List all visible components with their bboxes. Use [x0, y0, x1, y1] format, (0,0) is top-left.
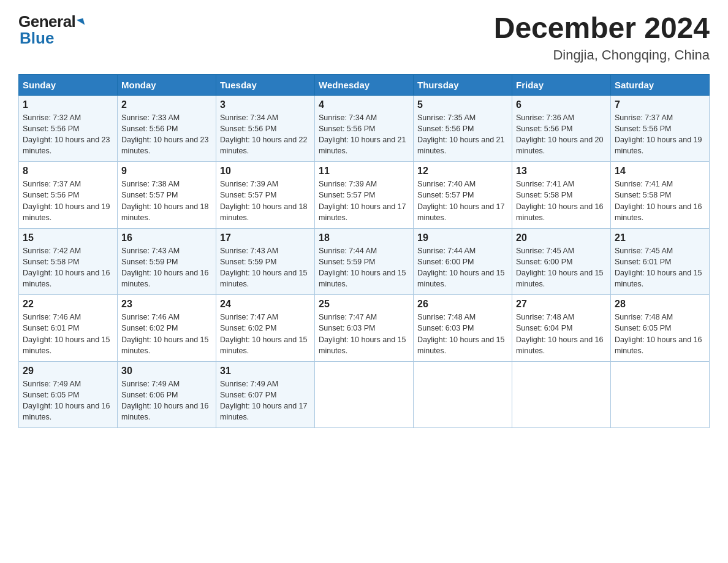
column-header-saturday: Saturday [611, 74, 710, 95]
day-number: 22 [23, 299, 113, 310]
day-info: Sunrise: 7:48 AMSunset: 6:04 PMDaylight:… [516, 312, 607, 356]
calendar-cell: 15Sunrise: 7:42 AMSunset: 5:58 PMDayligh… [19, 228, 118, 295]
day-info: Sunrise: 7:45 AMSunset: 6:00 PMDaylight:… [516, 245, 607, 290]
logo-blue-text: Blue [20, 29, 54, 48]
day-number: 2 [121, 99, 212, 110]
calendar-cell: 3Sunrise: 7:34 AMSunset: 5:56 PMDaylight… [216, 95, 315, 162]
column-header-monday: Monday [118, 74, 216, 95]
day-number: 31 [220, 366, 311, 377]
calendar-week-row: 15Sunrise: 7:42 AMSunset: 5:58 PMDayligh… [19, 228, 710, 295]
calendar-cell: 13Sunrise: 7:41 AMSunset: 5:58 PMDayligh… [512, 162, 611, 229]
day-number: 19 [417, 232, 508, 243]
calendar-week-row: 29Sunrise: 7:49 AMSunset: 6:05 PMDayligh… [19, 361, 710, 428]
calendar-cell: 5Sunrise: 7:35 AMSunset: 5:56 PMDaylight… [414, 95, 512, 162]
calendar-cell [414, 361, 512, 428]
calendar-cell: 27Sunrise: 7:48 AMSunset: 6:04 PMDayligh… [512, 295, 611, 362]
day-info: Sunrise: 7:36 AMSunset: 5:56 PMDaylight:… [516, 112, 607, 157]
day-number: 6 [516, 99, 607, 110]
day-number: 26 [417, 299, 508, 310]
calendar-table: SundayMondayTuesdayWednesdayThursdayFrid… [18, 74, 710, 429]
day-number: 17 [220, 232, 311, 243]
day-number: 16 [121, 232, 212, 243]
day-info: Sunrise: 7:37 AMSunset: 5:56 PMDaylight:… [23, 178, 113, 223]
column-header-thursday: Thursday [414, 74, 512, 95]
day-number: 18 [319, 232, 409, 243]
column-header-tuesday: Tuesday [216, 74, 315, 95]
day-info: Sunrise: 7:41 AMSunset: 5:58 PMDaylight:… [516, 178, 607, 223]
day-info: Sunrise: 7:34 AMSunset: 5:56 PMDaylight:… [220, 112, 311, 157]
calendar-cell: 26Sunrise: 7:48 AMSunset: 6:03 PMDayligh… [414, 295, 512, 362]
day-info: Sunrise: 7:34 AMSunset: 5:56 PMDaylight:… [319, 112, 409, 157]
calendar-cell: 2Sunrise: 7:33 AMSunset: 5:56 PMDaylight… [118, 95, 216, 162]
day-info: Sunrise: 7:39 AMSunset: 5:57 PMDaylight:… [319, 178, 409, 223]
day-number: 25 [319, 299, 409, 310]
calendar-cell: 14Sunrise: 7:41 AMSunset: 5:58 PMDayligh… [611, 162, 710, 229]
day-info: Sunrise: 7:47 AMSunset: 6:02 PMDaylight:… [220, 312, 311, 356]
calendar-cell: 22Sunrise: 7:46 AMSunset: 6:01 PMDayligh… [19, 295, 118, 362]
logo: General Blue [18, 12, 84, 48]
calendar-cell: 24Sunrise: 7:47 AMSunset: 6:02 PMDayligh… [216, 295, 315, 362]
calendar-week-row: 8Sunrise: 7:37 AMSunset: 5:56 PMDaylight… [19, 162, 710, 229]
day-info: Sunrise: 7:42 AMSunset: 5:58 PMDaylight:… [23, 245, 113, 290]
day-info: Sunrise: 7:44 AMSunset: 6:00 PMDaylight:… [417, 245, 508, 290]
calendar-week-row: 1Sunrise: 7:32 AMSunset: 5:56 PMDaylight… [19, 95, 710, 162]
day-info: Sunrise: 7:45 AMSunset: 6:01 PMDaylight:… [615, 245, 705, 290]
day-info: Sunrise: 7:39 AMSunset: 5:57 PMDaylight:… [220, 178, 311, 223]
calendar-cell: 23Sunrise: 7:46 AMSunset: 6:02 PMDayligh… [118, 295, 216, 362]
day-number: 29 [23, 366, 113, 377]
calendar-week-row: 22Sunrise: 7:46 AMSunset: 6:01 PMDayligh… [19, 295, 710, 362]
day-number: 1 [23, 99, 113, 110]
calendar-cell: 20Sunrise: 7:45 AMSunset: 6:00 PMDayligh… [512, 228, 611, 295]
day-number: 20 [516, 232, 607, 243]
calendar-cell: 12Sunrise: 7:40 AMSunset: 5:57 PMDayligh… [414, 162, 512, 229]
day-number: 30 [121, 366, 212, 377]
day-number: 12 [417, 166, 508, 177]
day-number: 3 [220, 99, 311, 110]
column-header-wednesday: Wednesday [315, 74, 414, 95]
day-number: 11 [319, 166, 409, 177]
day-info: Sunrise: 7:40 AMSunset: 5:57 PMDaylight:… [417, 178, 508, 223]
calendar-cell: 11Sunrise: 7:39 AMSunset: 5:57 PMDayligh… [315, 162, 414, 229]
day-number: 28 [615, 299, 705, 310]
day-info: Sunrise: 7:37 AMSunset: 5:56 PMDaylight:… [615, 112, 705, 157]
calendar-cell: 7Sunrise: 7:37 AMSunset: 5:56 PMDaylight… [611, 95, 710, 162]
calendar-cell: 6Sunrise: 7:36 AMSunset: 5:56 PMDaylight… [512, 95, 611, 162]
day-info: Sunrise: 7:48 AMSunset: 6:03 PMDaylight:… [417, 312, 508, 356]
calendar-cell [611, 361, 710, 428]
calendar-cell: 29Sunrise: 7:49 AMSunset: 6:05 PMDayligh… [19, 361, 118, 428]
day-number: 9 [121, 166, 212, 177]
day-number: 23 [121, 299, 212, 310]
calendar-header-row: SundayMondayTuesdayWednesdayThursdayFrid… [19, 74, 710, 95]
day-number: 4 [319, 99, 409, 110]
day-number: 5 [417, 99, 508, 110]
location-title: Dingjia, Chongqing, China [494, 47, 710, 63]
day-info: Sunrise: 7:43 AMSunset: 5:59 PMDaylight:… [121, 245, 212, 290]
calendar-cell: 8Sunrise: 7:37 AMSunset: 5:56 PMDaylight… [19, 162, 118, 229]
day-number: 8 [23, 166, 113, 177]
day-info: Sunrise: 7:35 AMSunset: 5:56 PMDaylight:… [417, 112, 508, 157]
month-year-title: December 2024 [494, 12, 710, 45]
calendar-cell: 16Sunrise: 7:43 AMSunset: 5:59 PMDayligh… [118, 228, 216, 295]
calendar-cell: 25Sunrise: 7:47 AMSunset: 6:03 PMDayligh… [315, 295, 414, 362]
calendar-cell: 30Sunrise: 7:49 AMSunset: 6:06 PMDayligh… [118, 361, 216, 428]
title-block: December 2024 Dingjia, Chongqing, China [494, 12, 710, 63]
day-number: 7 [615, 99, 705, 110]
day-info: Sunrise: 7:48 AMSunset: 6:05 PMDaylight:… [615, 312, 705, 356]
day-info: Sunrise: 7:49 AMSunset: 6:07 PMDaylight:… [220, 378, 311, 423]
day-number: 21 [615, 232, 705, 243]
logo-arrow-icon [77, 18, 85, 26]
calendar-cell: 31Sunrise: 7:49 AMSunset: 6:07 PMDayligh… [216, 361, 315, 428]
day-info: Sunrise: 7:43 AMSunset: 5:59 PMDaylight:… [220, 245, 311, 290]
page-header: General Blue December 2024 Dingjia, Chon… [18, 12, 710, 63]
calendar-cell: 19Sunrise: 7:44 AMSunset: 6:00 PMDayligh… [414, 228, 512, 295]
calendar-cell [512, 361, 611, 428]
day-info: Sunrise: 7:33 AMSunset: 5:56 PMDaylight:… [121, 112, 212, 157]
calendar-cell [315, 361, 414, 428]
day-info: Sunrise: 7:46 AMSunset: 6:02 PMDaylight:… [121, 312, 212, 356]
day-number: 24 [220, 299, 311, 310]
day-info: Sunrise: 7:46 AMSunset: 6:01 PMDaylight:… [23, 312, 113, 356]
calendar-cell: 17Sunrise: 7:43 AMSunset: 5:59 PMDayligh… [216, 228, 315, 295]
calendar-cell: 18Sunrise: 7:44 AMSunset: 5:59 PMDayligh… [315, 228, 414, 295]
column-header-friday: Friday [512, 74, 611, 95]
calendar-cell: 28Sunrise: 7:48 AMSunset: 6:05 PMDayligh… [611, 295, 710, 362]
